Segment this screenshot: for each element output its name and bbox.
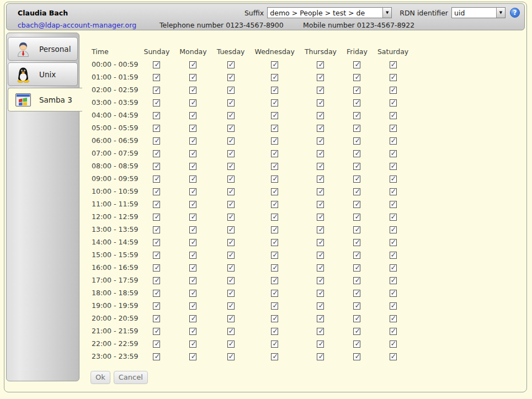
hour-checkbox[interactable] bbox=[189, 353, 196, 360]
hour-checkbox[interactable] bbox=[390, 175, 397, 183]
hour-checkbox[interactable] bbox=[271, 150, 278, 157]
hour-checkbox[interactable] bbox=[271, 302, 278, 310]
hour-checkbox[interactable] bbox=[271, 290, 278, 297]
hour-checkbox[interactable] bbox=[390, 150, 397, 157]
hour-checkbox[interactable] bbox=[153, 341, 160, 348]
hour-checkbox[interactable] bbox=[271, 163, 278, 170]
hour-checkbox[interactable] bbox=[353, 125, 360, 132]
hour-checkbox[interactable] bbox=[317, 226, 324, 233]
hour-checkbox[interactable] bbox=[353, 341, 360, 348]
hour-checkbox[interactable] bbox=[189, 125, 196, 132]
hour-checkbox[interactable] bbox=[189, 264, 196, 272]
hour-checkbox[interactable] bbox=[353, 137, 360, 145]
hour-checkbox[interactable] bbox=[227, 302, 235, 310]
hour-checkbox[interactable] bbox=[189, 112, 196, 119]
hour-checkbox[interactable] bbox=[227, 74, 235, 81]
hour-checkbox[interactable] bbox=[317, 214, 324, 221]
hour-checkbox[interactable] bbox=[353, 264, 360, 272]
hour-checkbox[interactable] bbox=[189, 201, 196, 208]
hour-checkbox[interactable] bbox=[271, 87, 278, 94]
hour-checkbox[interactable] bbox=[390, 99, 397, 107]
hour-checkbox[interactable] bbox=[227, 239, 235, 246]
hour-checkbox[interactable] bbox=[353, 201, 360, 208]
hour-checkbox[interactable] bbox=[353, 112, 360, 119]
hour-checkbox[interactable] bbox=[317, 125, 324, 132]
hour-checkbox[interactable] bbox=[153, 125, 160, 132]
hour-checkbox[interactable] bbox=[189, 328, 196, 335]
hour-checkbox[interactable] bbox=[390, 226, 397, 233]
hour-checkbox[interactable] bbox=[317, 277, 324, 284]
hour-checkbox[interactable] bbox=[390, 341, 397, 348]
hour-checkbox[interactable] bbox=[189, 214, 196, 221]
hour-checkbox[interactable] bbox=[227, 315, 235, 322]
hour-checkbox[interactable] bbox=[353, 87, 360, 94]
hour-checkbox[interactable] bbox=[390, 290, 397, 297]
tab-samba3[interactable]: Samba 3 bbox=[8, 88, 82, 111]
hour-checkbox[interactable] bbox=[390, 201, 397, 208]
hour-checkbox[interactable] bbox=[227, 214, 235, 221]
hour-checkbox[interactable] bbox=[271, 125, 278, 132]
hour-checkbox[interactable] bbox=[390, 61, 397, 68]
hour-checkbox[interactable] bbox=[390, 328, 397, 335]
hour-checkbox[interactable] bbox=[227, 226, 235, 233]
hour-checkbox[interactable] bbox=[189, 290, 196, 297]
hour-checkbox[interactable] bbox=[317, 328, 324, 335]
hour-checkbox[interactable] bbox=[390, 315, 397, 322]
help-question-icon[interactable]: ? bbox=[510, 8, 520, 18]
hour-checkbox[interactable] bbox=[353, 328, 360, 335]
hour-checkbox[interactable] bbox=[227, 353, 235, 360]
hour-checkbox[interactable] bbox=[353, 99, 360, 107]
ok-button[interactable]: Ok bbox=[91, 371, 110, 384]
hour-checkbox[interactable] bbox=[271, 277, 278, 284]
hour-checkbox[interactable] bbox=[227, 137, 235, 145]
hour-checkbox[interactable] bbox=[317, 290, 324, 297]
hour-checkbox[interactable] bbox=[271, 74, 278, 81]
hour-checkbox[interactable] bbox=[317, 61, 324, 68]
hour-checkbox[interactable] bbox=[227, 99, 235, 107]
hour-checkbox[interactable] bbox=[189, 175, 196, 183]
hour-checkbox[interactable] bbox=[353, 163, 360, 170]
hour-checkbox[interactable] bbox=[153, 61, 160, 68]
hour-checkbox[interactable] bbox=[317, 150, 324, 157]
hour-checkbox[interactable] bbox=[317, 201, 324, 208]
hour-checkbox[interactable] bbox=[390, 125, 397, 132]
hour-checkbox[interactable] bbox=[317, 163, 324, 170]
hour-checkbox[interactable] bbox=[390, 264, 397, 272]
hour-checkbox[interactable] bbox=[271, 226, 278, 233]
hour-checkbox[interactable] bbox=[153, 239, 160, 246]
hour-checkbox[interactable] bbox=[227, 87, 235, 94]
hour-checkbox[interactable] bbox=[153, 74, 160, 81]
hour-checkbox[interactable] bbox=[227, 61, 235, 68]
hour-checkbox[interactable] bbox=[353, 239, 360, 246]
hour-checkbox[interactable] bbox=[390, 353, 397, 360]
hour-checkbox[interactable] bbox=[153, 302, 160, 310]
hour-checkbox[interactable] bbox=[271, 61, 278, 68]
hour-checkbox[interactable] bbox=[153, 87, 160, 94]
hour-checkbox[interactable] bbox=[189, 239, 196, 246]
hour-checkbox[interactable] bbox=[227, 112, 235, 119]
hour-checkbox[interactable] bbox=[227, 125, 235, 132]
hour-checkbox[interactable] bbox=[390, 239, 397, 246]
hour-checkbox[interactable] bbox=[353, 214, 360, 221]
hour-checkbox[interactable] bbox=[390, 188, 397, 195]
account-email-link[interactable]: cbach@ldap-account-manager.org bbox=[18, 21, 159, 29]
hour-checkbox[interactable] bbox=[271, 137, 278, 145]
hour-checkbox[interactable] bbox=[353, 277, 360, 284]
hour-checkbox[interactable] bbox=[353, 290, 360, 297]
hour-checkbox[interactable] bbox=[153, 137, 160, 145]
hour-checkbox[interactable] bbox=[189, 341, 196, 348]
hour-checkbox[interactable] bbox=[317, 112, 324, 119]
hour-checkbox[interactable] bbox=[227, 328, 235, 335]
hour-checkbox[interactable] bbox=[390, 163, 397, 170]
rdn-identifier-select[interactable]: uid ▼ bbox=[451, 7, 506, 18]
hour-checkbox[interactable] bbox=[153, 175, 160, 183]
hour-checkbox[interactable] bbox=[317, 341, 324, 348]
hour-checkbox[interactable] bbox=[353, 175, 360, 183]
hour-checkbox[interactable] bbox=[227, 252, 235, 259]
hour-checkbox[interactable] bbox=[390, 74, 397, 81]
hour-checkbox[interactable] bbox=[189, 87, 196, 94]
hour-checkbox[interactable] bbox=[390, 302, 397, 310]
tab-personal[interactable]: Personal bbox=[8, 37, 78, 61]
hour-checkbox[interactable] bbox=[189, 302, 196, 310]
hour-checkbox[interactable] bbox=[271, 112, 278, 119]
